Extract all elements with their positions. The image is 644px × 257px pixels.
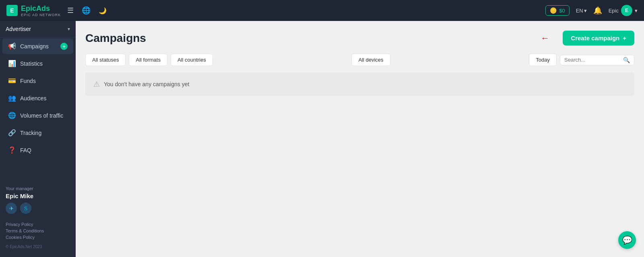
globe-icon[interactable]: 🌐: [80, 4, 92, 17]
language-selector[interactable]: EN ▾: [576, 8, 587, 14]
sidebar-item-label: Tracking: [20, 130, 41, 136]
faq-icon: ❓: [8, 146, 16, 154]
tracking-icon: 🔗: [8, 129, 16, 137]
page-header: Campaigns ← Create campaign +: [85, 31, 634, 46]
audiences-icon: 👥: [8, 94, 16, 102]
funds-icon: 💳: [8, 77, 16, 85]
search-icon[interactable]: 🔍: [623, 57, 630, 63]
filter-devices[interactable]: All devices: [351, 54, 390, 66]
sidebar-item-campaigns[interactable]: 📢 Campaigns + ←: [2, 38, 73, 54]
balance-amount: $0: [559, 8, 565, 14]
terms-conditions-link[interactable]: Terms & Conditions: [6, 228, 70, 233]
user-chevron-icon: ▾: [635, 8, 638, 14]
topnav-left: E EpicAds EPIC AD NETWORK ☰ 🌐 🌙: [6, 4, 108, 17]
search-input[interactable]: [564, 57, 621, 63]
manager-actions: ✈ S: [6, 203, 70, 214]
arrow-annotation-create: ←: [541, 33, 549, 44]
sidebar-role-header[interactable]: Advertiser ▾: [0, 21, 76, 37]
empty-message: You don't have any campaigns yet: [104, 81, 189, 87]
add-campaign-icon[interactable]: +: [60, 43, 68, 50]
language-label: EN: [576, 8, 583, 14]
manager-label: Your manager: [6, 186, 70, 191]
warning-icon: ⚠: [93, 80, 100, 89]
empty-state-banner: ⚠ You don't have any campaigns yet: [85, 73, 634, 96]
sidebar-item-faq[interactable]: ❓ FAQ: [2, 142, 73, 158]
notifications-bell-icon[interactable]: 🔔: [593, 6, 602, 15]
user-menu-button[interactable]: Epic E ▾: [609, 5, 638, 16]
statistics-icon: 📊: [8, 60, 16, 67]
menu-icon[interactable]: ☰: [66, 4, 75, 17]
filter-statuses[interactable]: All statuses: [85, 54, 126, 66]
sidebar-item-audiences[interactable]: 👥 Audiences: [2, 90, 73, 106]
sidebar-item-label: FAQ: [20, 147, 31, 153]
copyright-text: © EpicAds.Net 2023: [0, 243, 76, 251]
create-campaign-wrap: ← Create campaign +: [563, 31, 634, 46]
sidebar-item-statistics[interactable]: 📊 Statistics: [2, 56, 73, 71]
filter-formats[interactable]: All formats: [129, 54, 167, 66]
role-label: Advertiser: [6, 26, 31, 32]
main-content: Campaigns ← Create campaign + All status…: [76, 21, 644, 257]
role-chevron-icon: ▾: [68, 26, 70, 32]
page-title: Campaigns: [85, 32, 146, 45]
logo-icon: E: [6, 5, 18, 16]
create-campaign-label: Create campaign: [571, 35, 619, 41]
today-filter-button[interactable]: Today: [529, 54, 557, 66]
logo-text: EpicAds EPIC AD NETWORK: [21, 4, 61, 17]
search-wrap: 🔍: [560, 55, 634, 65]
filters-bar: All statuses All formats All countries A…: [85, 54, 634, 66]
sidebar-item-volumes-of-traffic[interactable]: 🌐 Volumes of traffic: [2, 108, 73, 123]
telegram-icon[interactable]: ✈: [6, 203, 17, 214]
top-navigation: E EpicAds EPIC AD NETWORK ☰ 🌐 🌙 🪙 $0 EN …: [0, 0, 644, 21]
username-label: Epic: [609, 8, 619, 14]
cookies-policy-link[interactable]: Cookies Policy: [6, 235, 70, 240]
sidebar-item-funds[interactable]: 💳 Funds: [2, 73, 73, 89]
privacy-policy-link[interactable]: Privacy Policy: [6, 222, 70, 227]
create-campaign-button[interactable]: Create campaign +: [563, 31, 634, 46]
sidebar-item-label: Statistics: [20, 60, 43, 67]
filter-countries[interactable]: All countries: [171, 54, 213, 66]
sidebar-footer-links: Privacy Policy Terms & Conditions Cookie…: [0, 219, 76, 243]
chat-bubble-button[interactable]: 💬: [618, 231, 636, 249]
balance-button[interactable]: 🪙 $0: [545, 5, 569, 16]
darkmode-icon[interactable]: 🌙: [97, 5, 108, 16]
manager-card: Your manager Epic Mike ✈ S: [0, 181, 76, 219]
sidebar-item-label: Audiences: [20, 95, 46, 102]
campaigns-icon: 📢: [8, 42, 16, 50]
chevron-down-icon: ▾: [584, 8, 587, 14]
plus-icon: +: [623, 35, 626, 41]
volumes-icon: 🌐: [8, 112, 16, 119]
manager-name: Epic Mike: [6, 193, 70, 199]
page-layout: Advertiser ▾ 📢 Campaigns + ← 📊 Statistic…: [0, 21, 644, 257]
wallet-icon: 🪙: [550, 7, 557, 14]
logo: E EpicAds EPIC AD NETWORK: [6, 4, 61, 17]
sidebar-item-label: Campaigns: [20, 43, 49, 50]
skype-icon[interactable]: S: [20, 203, 31, 214]
topnav-right: 🪙 $0 EN ▾ 🔔 Epic E ▾: [545, 5, 638, 16]
avatar: E: [621, 5, 632, 16]
sidebar-item-label: Funds: [20, 78, 36, 84]
sidebar: Advertiser ▾ 📢 Campaigns + ← 📊 Statistic…: [0, 21, 76, 257]
sidebar-item-tracking[interactable]: 🔗 Tracking: [2, 125, 73, 141]
sidebar-item-label: Volumes of traffic: [20, 112, 63, 119]
